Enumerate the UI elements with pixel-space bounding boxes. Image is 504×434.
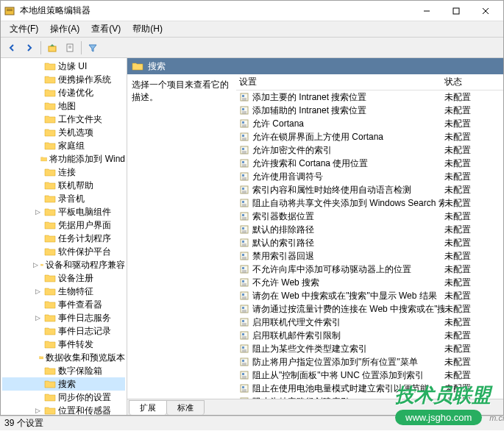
setting-row[interactable]: 允许搜索和 Cortana 使用位置未配置	[236, 157, 503, 170]
properties-button[interactable]	[62, 40, 78, 56]
tree-caret-icon[interactable]: ▷	[33, 406, 42, 415]
tree-caret-icon[interactable]: ▷	[33, 260, 38, 269]
close-button[interactable]	[471, 2, 500, 20]
setting-row[interactable]: 不允许向库中添加可移动驱动器上的位置未配置	[236, 263, 503, 276]
setting-row[interactable]: 默认的索引路径未配置	[236, 236, 503, 249]
menu-help[interactable]: 帮助(H)	[127, 21, 168, 37]
tree-caret-icon[interactable]	[33, 300, 42, 309]
tree-item[interactable]: ▷生物特征	[2, 285, 125, 298]
tree-item[interactable]: 传递优化	[2, 86, 125, 99]
menu-file[interactable]: 文件(F)	[4, 21, 44, 37]
tree-item[interactable]: 同步你的设置	[2, 391, 125, 404]
svg-rect-16	[242, 108, 244, 110]
minimize-button[interactable]	[412, 2, 441, 20]
setting-row[interactable]: 防止将用户指定位置添加到"所有位置"菜单未配置	[236, 355, 503, 369]
tree-item[interactable]: ▷事件日志服务	[2, 311, 125, 324]
setting-status: 未配置	[444, 369, 503, 382]
tree-item[interactable]: 录音机	[2, 192, 125, 205]
tab-standard[interactable]: 标准	[166, 400, 205, 415]
tree-caret-icon[interactable]	[33, 62, 42, 71]
tree-item[interactable]: 便携操作系统	[2, 73, 125, 86]
column-status[interactable]: 状态	[444, 76, 503, 88]
tree-item[interactable]: 地图	[2, 99, 125, 113]
tree-item[interactable]: 事件查看器	[2, 298, 125, 311]
tree-caret-icon[interactable]	[33, 75, 42, 84]
tree-caret-icon[interactable]	[33, 102, 42, 110]
setting-row[interactable]: 请勿通过按流量计费的连接在 Web 中搜索或在"搜索"中显...未配置	[236, 302, 503, 316]
up-button[interactable]	[44, 40, 60, 56]
column-setting[interactable]: 设置	[236, 76, 444, 88]
back-button[interactable]	[4, 40, 20, 56]
tree-caret-icon[interactable]	[33, 168, 42, 177]
tree-item[interactable]: 任务计划程序	[2, 232, 125, 245]
tree-caret-icon[interactable]	[33, 141, 42, 150]
setting-row[interactable]: 阻止自动将共享文件夹添加到 Windows Search 索引未配置	[236, 196, 503, 210]
tree-item[interactable]: ▷设备和驱动程序兼容	[2, 258, 125, 271]
tree-item[interactable]: ▷平板电脑组件	[2, 205, 125, 218]
tree-caret-icon[interactable]: ▷	[33, 287, 42, 296]
tree-caret-icon[interactable]	[33, 353, 37, 362]
tree-item[interactable]: 软件保护平台	[2, 245, 125, 258]
tree-caret-icon[interactable]	[33, 221, 42, 230]
tree-caret-icon[interactable]	[33, 327, 42, 335]
tree-caret-icon[interactable]: ▷	[33, 207, 42, 216]
tree-item[interactable]: 联机帮助	[2, 179, 125, 192]
tree-item[interactable]: 设备注册	[2, 271, 125, 285]
tree-item[interactable]: ▷位置和传感器	[2, 404, 125, 415]
menu-view[interactable]: 查看(V)	[85, 21, 127, 37]
svg-rect-20	[242, 121, 244, 124]
tree-caret-icon[interactable]	[33, 88, 42, 97]
tree-item[interactable]: 数字保险箱	[2, 364, 125, 377]
menu-action[interactable]: 操作(A)	[44, 21, 85, 37]
setting-row[interactable]: 索引器数据位置未配置	[236, 210, 503, 223]
tree-caret-icon[interactable]	[33, 115, 42, 124]
tree-caret-icon[interactable]	[33, 340, 42, 349]
tree-item[interactable]: 关机选项	[2, 126, 125, 139]
tree-caret-icon[interactable]	[33, 234, 42, 243]
setting-row[interactable]: 索引内容和属性时始终使用自动语言检测未配置	[236, 183, 503, 196]
tree-item[interactable]: 事件转发	[2, 338, 125, 351]
tree-item[interactable]: 事件日志记录	[2, 324, 125, 338]
tree-item[interactable]: 凭据用户界面	[2, 218, 125, 232]
settings-list[interactable]: 设置 状态 添加主要的 Intranet 搜索位置未配置添加辅助的 Intran…	[236, 74, 503, 399]
setting-row[interactable]: 允许使用音调符号未配置	[236, 170, 503, 183]
setting-row[interactable]: 阻止为某些文件类型建立索引未配置	[236, 342, 503, 355]
setting-row[interactable]: 请勿在 Web 中搜索或在"搜索"中显示 Web 结果未配置	[236, 289, 503, 302]
setting-row[interactable]: 阻止在使用电池电量模式时建立索引以便节能未配置	[236, 382, 503, 395]
tree-caret-icon[interactable]	[33, 154, 38, 163]
maximize-button[interactable]	[441, 2, 471, 20]
tree-caret-icon[interactable]	[33, 274, 42, 282]
tree-caret-icon[interactable]	[33, 181, 42, 190]
forward-button[interactable]	[21, 40, 38, 56]
setting-row[interactable]: 启用联机代理文件索引未配置	[236, 316, 503, 329]
tree-caret-icon[interactable]: ▷	[33, 313, 42, 322]
tree-item[interactable]: 连接	[2, 166, 125, 179]
tree-item[interactable]: 数据收集和预览版本	[2, 351, 125, 364]
tree-caret-icon[interactable]	[33, 194, 42, 203]
setting-row[interactable]: 允许 Cortana未配置	[236, 117, 503, 130]
tree-item[interactable]: 将功能添加到 Wind	[2, 152, 125, 166]
setting-row[interactable]: 添加辅助的 Intranet 搜索位置未配置	[236, 104, 503, 117]
tree-item[interactable]: 搜索	[2, 377, 125, 391]
tree-caret-icon[interactable]	[33, 366, 42, 375]
tree-caret-icon[interactable]	[33, 247, 42, 256]
tree-item[interactable]: 工作文件夹	[2, 113, 125, 126]
tree-caret-icon[interactable]	[33, 380, 42, 388]
tabs: 扩展 标准	[127, 399, 503, 415]
tab-extended[interactable]: 扩展	[129, 400, 167, 415]
tree-item[interactable]: 家庭组	[2, 139, 125, 152]
tree-item[interactable]: 边缘 UI	[2, 60, 125, 73]
setting-row[interactable]: 不允许 Web 搜索未配置	[236, 276, 503, 289]
setting-row[interactable]: 允许加密文件的索引未配置	[236, 143, 503, 157]
setting-row[interactable]: 阻止从"控制面板"中将 UNC 位置添加到索引未配置	[236, 369, 503, 382]
tree-caret-icon[interactable]	[33, 128, 42, 137]
svg-rect-4	[453, 8, 459, 14]
setting-row[interactable]: 允许在锁屏界面上方使用 Cortana未配置	[236, 130, 503, 143]
tree-panel[interactable]: 边缘 UI便携操作系统传递优化地图工作文件夹关机选项家庭组将功能添加到 Wind…	[1, 58, 127, 415]
setting-row[interactable]: 默认的排除路径未配置	[236, 223, 503, 236]
tree-caret-icon[interactable]	[33, 393, 42, 402]
filter-button[interactable]	[85, 40, 101, 56]
setting-row[interactable]: 禁用索引器回退未配置	[236, 249, 503, 263]
setting-row[interactable]: 启用联机邮件索引限制未配置	[236, 329, 503, 342]
setting-row[interactable]: 添加主要的 Intranet 搜索位置未配置	[236, 90, 503, 104]
